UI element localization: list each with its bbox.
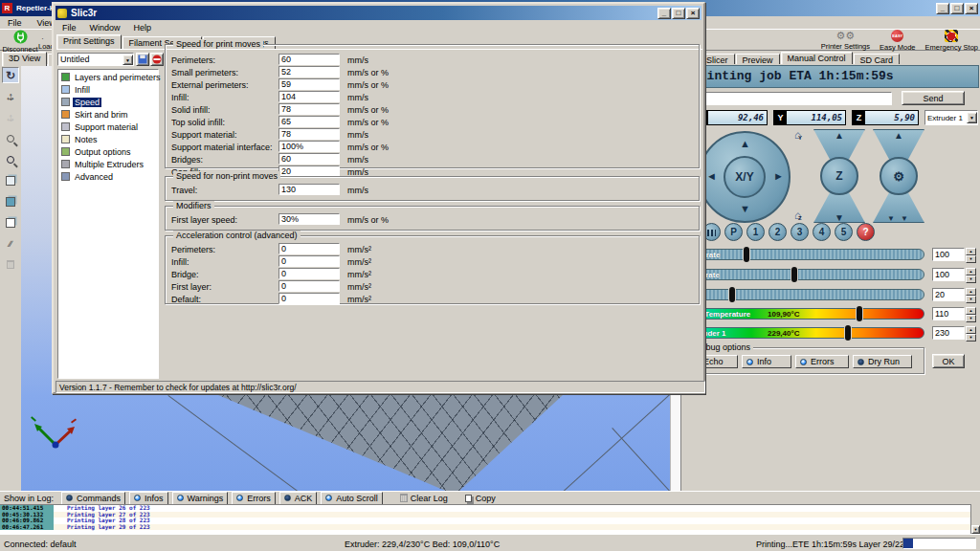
quick-button[interactable]: 4 <box>813 223 831 241</box>
tree-item[interactable]: Skirt and brim <box>58 108 158 121</box>
quick-button[interactable]: ? <box>857 223 875 241</box>
menu-item[interactable]: File <box>0 18 30 28</box>
setting-input[interactable] <box>278 66 340 77</box>
minimize-button[interactable]: _ <box>936 3 949 14</box>
spin-up-icon[interactable]: ▲ <box>966 326 976 334</box>
tree-item[interactable]: Multiple Extruders <box>58 158 158 170</box>
preset-select-arrow-icon[interactable]: ▼ <box>122 55 133 65</box>
flowrate-slider[interactable]: Flowrate <box>683 269 924 281</box>
setting-input[interactable] <box>278 184 340 195</box>
extruder-pad-center[interactable]: ⚙ <box>880 157 918 195</box>
flowrate-knob[interactable] <box>791 267 797 282</box>
slic3r-tab[interactable]: Print Settings <box>56 34 122 49</box>
quick-button[interactable]: 1 <box>746 223 765 241</box>
xy-up-arrow-icon[interactable]: ▲ <box>740 139 750 148</box>
spin-down-icon[interactable]: ▼ <box>966 334 976 342</box>
front-view-icon[interactable] <box>2 193 19 209</box>
slic3r-menu-item[interactable]: Help <box>127 23 159 33</box>
gcode-input[interactable] <box>685 92 892 105</box>
setting-input[interactable] <box>278 280 340 292</box>
extruder-select-arrow-icon[interactable]: ▼ <box>967 112 977 123</box>
spin-down-icon[interactable]: ▼ <box>966 255 976 263</box>
bed-temperature-slider[interactable]: Bed Temperature 109,90°C <box>683 308 924 320</box>
xy-jog-pad[interactable]: ▲ ▼ ◄ ► X/Y <box>699 131 791 223</box>
emergency-stop-button[interactable]: Emergency Stop <box>925 30 978 51</box>
setting-input[interactable] <box>278 243 340 254</box>
log-filter-toggle[interactable]: Commands <box>61 492 125 505</box>
setting-input[interactable] <box>278 213 340 225</box>
bed-temperature-knob[interactable] <box>857 306 862 321</box>
extruder-jog-pad[interactable]: ▲ ▼ ▼ ⚙ <box>873 129 924 223</box>
printer-settings-button[interactable]: ⚙⚙ Printer Settings <box>821 30 870 51</box>
setting-input[interactable] <box>278 255 340 267</box>
zoom-in-icon[interactable] <box>2 130 19 146</box>
easy-mode-button[interactable]: EASY Easy Mode <box>880 30 916 51</box>
log-area[interactable]: 00:44:51.415 Printing layer 26 of 223 00… <box>0 504 970 534</box>
dry-run-toggle[interactable]: Dry Run <box>853 355 912 368</box>
setting-input[interactable] <box>278 128 340 140</box>
setting-input[interactable] <box>278 91 340 102</box>
tree-item[interactable]: Speed <box>58 96 158 108</box>
copy-log-button[interactable]: Copy <box>465 494 496 503</box>
z-down-button[interactable]: ▼ <box>813 190 865 223</box>
parallel-projection-icon[interactable]: ∕∕ <box>2 235 19 252</box>
tree-item[interactable]: Notes <box>58 133 158 145</box>
home-z-icon[interactable]: ⌂Z <box>794 209 807 221</box>
scroll-down-icon[interactable]: ▼ <box>971 525 980 534</box>
extruder-temperature-knob[interactable] <box>845 325 851 341</box>
info-toggle[interactable]: Info <box>742 355 791 368</box>
ok-button[interactable]: OK <box>932 354 965 368</box>
setting-input[interactable] <box>278 78 340 90</box>
setting-input[interactable] <box>278 103 340 115</box>
spin-down-icon[interactable]: ▼ <box>966 296 976 303</box>
extruder-temperature-slider[interactable]: Extruder 1 229,40°C <box>683 327 924 340</box>
settings-tree[interactable]: Layers and perimeters Infill Speed Skirt… <box>57 69 159 379</box>
setting-input[interactable] <box>278 54 340 65</box>
fan-slider[interactable]: Fan <box>683 289 924 301</box>
move-object-icon[interactable]: ↔↕ <box>2 88 19 104</box>
setting-input[interactable] <box>278 293 340 304</box>
xy-down-arrow-icon[interactable]: ▼ <box>740 204 750 213</box>
tree-item[interactable]: Layers and perimeters <box>58 71 158 83</box>
setting-input[interactable] <box>278 268 340 279</box>
zoom-fit-icon[interactable] <box>2 151 19 167</box>
spin-down-icon[interactable]: ▼ <box>966 315 976 322</box>
setting-input[interactable] <box>278 116 340 127</box>
spin-down-icon[interactable]: ▼ <box>966 276 976 283</box>
quick-button[interactable]: 3 <box>791 223 809 241</box>
extruder-select[interactable]: Extruder 1 ▼ <box>924 110 978 125</box>
slic3r-maximize-button[interactable]: □ <box>672 8 685 19</box>
save-preset-button[interactable] <box>136 53 149 66</box>
setting-input[interactable] <box>278 141 340 152</box>
fan-knob[interactable] <box>729 287 735 302</box>
z-jog-pad[interactable]: ▲ ▼ Z <box>813 129 865 223</box>
xy-pad-center[interactable]: X/Y <box>724 156 766 198</box>
top-view-icon[interactable] <box>2 214 19 231</box>
z-pad-center[interactable]: Z <box>820 157 858 195</box>
quick-button[interactable]: 2 <box>768 223 787 241</box>
log-filter-toggle[interactable]: Infos <box>129 492 168 505</box>
log-filter-toggle[interactable]: ACK <box>279 492 318 505</box>
xy-right-arrow-icon[interactable]: ► <box>773 171 784 181</box>
tree-item[interactable]: Output options <box>58 145 158 158</box>
slic3r-minimize-button[interactable]: _ <box>657 8 671 19</box>
slic3r-close-button[interactable]: × <box>686 8 700 19</box>
maximize-button[interactable]: □ <box>950 3 964 14</box>
spin-up-icon[interactable]: ▲ <box>966 248 976 255</box>
spin-up-icon[interactable]: ▲ <box>966 288 976 296</box>
spin-up-icon[interactable]: ▲ <box>966 307 976 315</box>
home-y-icon[interactable]: ⌂Y <box>794 129 807 141</box>
clear-log-button[interactable]: Clear Log <box>400 494 448 503</box>
close-button[interactable]: × <box>965 3 978 14</box>
errors-toggle[interactable]: Errors <box>795 355 849 368</box>
setting-input[interactable] <box>278 153 340 165</box>
spin-up-icon[interactable]: ▲ <box>966 268 976 276</box>
flowrate-spinner[interactable]: 100 ▲▼ <box>932 268 976 281</box>
feedrate-spinner[interactable]: 100 ▲▼ <box>932 248 976 261</box>
quick-button[interactable]: 5 <box>835 223 853 241</box>
log-filter-toggle[interactable]: Warnings <box>172 492 229 505</box>
tree-item[interactable]: Advanced <box>58 170 158 183</box>
delete-preset-button[interactable] <box>150 53 164 66</box>
feedrate-knob[interactable] <box>744 247 749 262</box>
extruder-temperature-spinner[interactable]: 230 ▲▼ <box>932 326 976 340</box>
